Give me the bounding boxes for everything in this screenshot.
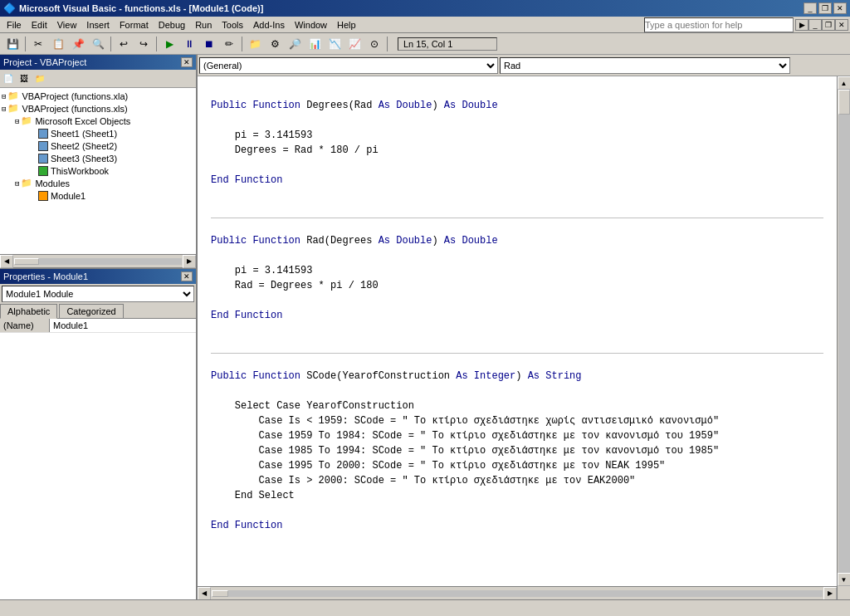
toolbar-sep-1 — [25, 37, 26, 51]
menu-item-add-ins[interactable]: Add-Ins — [248, 18, 290, 32]
view-code-button[interactable]: 📄 — [1, 71, 16, 86]
menu-item-run[interactable]: Run — [190, 18, 217, 32]
general-dropdown[interactable]: (General) — [199, 57, 498, 74]
tree-item-2[interactable]: ⊟📁Microsoft Excel Objects — [2, 115, 194, 127]
code-line-12: pi = 3.141593 — [211, 263, 823, 278]
close-button[interactable]: ✕ — [833, 2, 847, 14]
editor-hscroll[interactable]: ◀ ▶ — [198, 586, 837, 599]
break-button[interactable]: ⏸ — [180, 35, 198, 53]
code-line-28 — [211, 503, 823, 518]
title-bar: 🔷 Microsoft Visual Basic - functions.xls… — [0, 0, 850, 17]
code-line-23: Case 1959 To 1984: SCode = " Το κτίριο σ… — [211, 428, 823, 443]
code-line-8 — [211, 203, 823, 218]
toggle-folders-button[interactable]: 📁 — [32, 71, 47, 86]
tree-item-3[interactable]: Sheet1 (Sheet1) — [2, 127, 194, 139]
tree-item-0[interactable]: ⊟📁VBAProject (functions.xla) — [2, 90, 194, 102]
code-line-17 — [211, 338, 823, 354]
properties-object-dropdown[interactable]: Module1 Module — [2, 286, 194, 302]
props-name-value[interactable]: Module1 — [50, 319, 196, 332]
project-close-button[interactable]: ✕ — [181, 57, 193, 67]
cursor-position: Ln 15, Col 1 — [398, 37, 497, 51]
menu-item-edit[interactable]: Edit — [27, 18, 52, 32]
vscroll-thumb[interactable] — [838, 90, 850, 115]
code-line-10: Public Function Rad(Degrees As Double) A… — [211, 233, 823, 248]
toolbar-btn-extra3[interactable]: 📈 — [345, 35, 364, 53]
editor-scroll-right[interactable]: ▶ — [823, 587, 837, 600]
tree-label-1: VBAProject (functions.xls) — [22, 104, 127, 114]
code-line-26: Case Is > 2000: SCode = " Το κτίριο σχεδ… — [211, 473, 823, 488]
minimize-button[interactable]: _ — [804, 2, 817, 14]
scroll-left-button[interactable]: ◀ — [0, 255, 13, 268]
project-button[interactable]: 📁 — [246, 35, 264, 53]
view-object-button[interactable]: 🖼 — [17, 71, 32, 86]
vscroll-up[interactable]: ▲ — [838, 76, 851, 90]
menu-item-help[interactable]: Help — [332, 18, 361, 32]
window-minimize-button[interactable]: _ — [808, 19, 822, 31]
vscroll-down[interactable]: ▼ — [838, 573, 851, 586]
code-editor[interactable]: Public Function Degrees(Rad As Double) A… — [198, 76, 837, 599]
cut-button[interactable]: ✂ — [29, 35, 47, 53]
tree-item-8[interactable]: Module1 — [2, 189, 194, 202]
window-close-button[interactable]: ✕ — [835, 19, 848, 31]
tree-label-5: Sheet3 (Sheet3) — [51, 154, 117, 164]
menu-item-tools[interactable]: Tools — [217, 18, 248, 32]
code-line-2 — [211, 113, 823, 128]
properties-tabs: Alphabetic Categorized — [0, 304, 196, 319]
tree-item-1[interactable]: ⊟📁VBAProject (functions.xls) — [2, 102, 194, 115]
objectbrowser-button[interactable]: 🔎 — [286, 35, 304, 53]
project-title: Project - VBAProject — [3, 57, 86, 67]
project-hscroll[interactable]: ◀ ▶ — [0, 254, 196, 267]
editor-scroll-thumb[interactable] — [212, 590, 228, 597]
window-restore-button[interactable]: ❐ — [822, 19, 835, 31]
project-titlebar: Project - VBAProject ✕ — [0, 55, 196, 70]
help-arrow-button[interactable]: ▶ — [795, 19, 808, 31]
tree-item-4[interactable]: Sheet2 (Sheet2) — [2, 139, 194, 152]
reset-button[interactable]: ⏹ — [200, 35, 218, 53]
design-button[interactable]: ✏ — [220, 35, 238, 53]
tree-item-7[interactable]: ⊟📁Modules — [2, 177, 194, 189]
save-button[interactable]: 💾 — [3, 35, 22, 53]
toolbar-btn-extra1[interactable]: 📊 — [305, 35, 324, 53]
help-search-input[interactable] — [644, 17, 794, 32]
scroll-right-button[interactable]: ▶ — [183, 255, 196, 268]
menu-bar: FileEditViewInsertFormatDebugRunToolsAdd… — [0, 17, 850, 33]
editor-scroll-left[interactable]: ◀ — [198, 587, 211, 600]
menu-item-debug[interactable]: Debug — [154, 18, 190, 32]
props-row-name: (Name) Module1 — [0, 319, 196, 333]
toolbar-sep-4 — [242, 37, 242, 51]
code-line-27: End Select — [211, 488, 823, 503]
tree-label-8: Module1 — [51, 191, 85, 201]
toolbar-btn-extra4[interactable]: ⊙ — [365, 35, 383, 53]
procedure-dropdown[interactable]: Rad — [500, 57, 790, 74]
tree-item-5[interactable]: Sheet3 (Sheet3) — [2, 152, 194, 164]
redo-button[interactable]: ↪ — [134, 35, 153, 53]
properties-close-button[interactable]: ✕ — [181, 271, 193, 281]
editor-wrapper: (General) Rad Public Function Degrees(Ra… — [198, 55, 850, 599]
copy-button[interactable]: 📋 — [49, 35, 67, 53]
menu-item-file[interactable]: File — [2, 18, 27, 32]
tab-alphabetic[interactable]: Alphabetic — [0, 304, 57, 319]
restore-button[interactable]: ❐ — [818, 2, 832, 14]
menu-item-view[interactable]: View — [52, 18, 82, 32]
menu-item-format[interactable]: Format — [115, 18, 154, 32]
menu-item-window[interactable]: Window — [290, 18, 332, 32]
undo-button[interactable]: ↩ — [115, 35, 133, 53]
find-button[interactable]: 🔍 — [89, 35, 107, 53]
title-bar-title: Microsoft Visual Basic - functions.xls -… — [19, 3, 263, 13]
scroll-thumb[interactable] — [14, 258, 39, 265]
properties-title: Properties - Module1 — [3, 271, 88, 281]
paste-button[interactable]: 📌 — [69, 35, 87, 53]
menu-item-insert[interactable]: Insert — [81, 18, 115, 32]
properties-content: (Name) Module1 — [0, 319, 196, 599]
project-tree: ⊟📁VBAProject (functions.xla)⊟📁VBAProject… — [0, 88, 196, 254]
properties-button[interactable]: ⚙ — [266, 35, 284, 53]
editor-vscroll[interactable]: ▲ ▼ — [837, 76, 850, 599]
code-line-11 — [211, 248, 823, 263]
tab-categorized[interactable]: Categorized — [59, 304, 123, 318]
code-line-22: Case Is < 1959: SCode = " Το κτίριο σχεδ… — [211, 413, 823, 428]
toolbar-btn-extra2[interactable]: 📉 — [325, 35, 344, 53]
code-line-5 — [211, 158, 823, 173]
tree-item-6[interactable]: ThisWorkbook — [2, 164, 194, 177]
run-button[interactable]: ▶ — [160, 35, 178, 53]
code-content[interactable]: Public Function Degrees(Rad As Double) A… — [198, 76, 837, 586]
